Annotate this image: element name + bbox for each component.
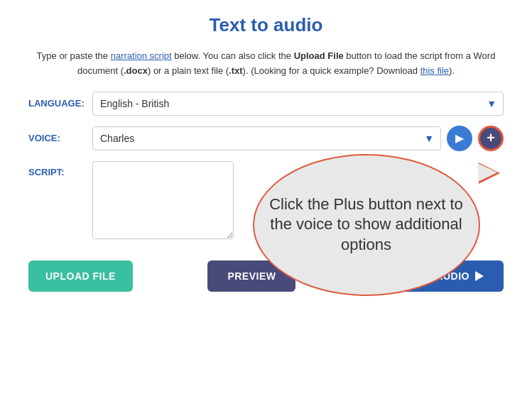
narration-script-link[interactable]: narration script bbox=[111, 50, 172, 61]
script-area-container: Click the Plus button next to the voice … bbox=[92, 161, 504, 242]
tooltip-bubble: Click the Plus button next to the voice … bbox=[253, 154, 480, 296]
this-file-link[interactable]: this file bbox=[420, 65, 449, 76]
plus-options-button[interactable]: + bbox=[478, 126, 504, 151]
language-select[interactable]: English - British English - American Fre… bbox=[92, 92, 504, 116]
language-label: LANGUAGE: bbox=[28, 98, 92, 109]
language-row: LANGUAGE: English - British English - Am… bbox=[28, 92, 504, 116]
create-audio-play-icon bbox=[475, 271, 484, 281]
upload-file-button[interactable]: UPLOAD FILE bbox=[28, 260, 133, 292]
voice-select-wrapper: Charles Emma Brian Amy ▼ bbox=[92, 126, 441, 150]
form-container: LANGUAGE: English - British English - Am… bbox=[28, 92, 504, 253]
page-title: Text to audio bbox=[210, 14, 323, 36]
language-select-wrapper: English - British English - American Fre… bbox=[92, 92, 504, 116]
voice-label: VOICE: bbox=[28, 133, 92, 143]
script-row: SCRIPT: Click the Plus button next to th… bbox=[28, 161, 504, 242]
description-text: Type or paste the narration script below… bbox=[32, 49, 501, 79]
tooltip-text: Click the Plus button next to the voice … bbox=[268, 194, 465, 256]
voice-select[interactable]: Charles Emma Brian Amy bbox=[92, 126, 441, 150]
script-textarea[interactable] bbox=[92, 161, 234, 239]
script-label: SCRIPT: bbox=[28, 161, 92, 177]
voice-controls: Charles Emma Brian Amy ▼ ▶ + bbox=[92, 126, 504, 151]
voice-row: VOICE: Charles Emma Brian Amy ▼ ▶ + bbox=[28, 126, 504, 151]
play-voice-button[interactable]: ▶ bbox=[447, 126, 472, 151]
